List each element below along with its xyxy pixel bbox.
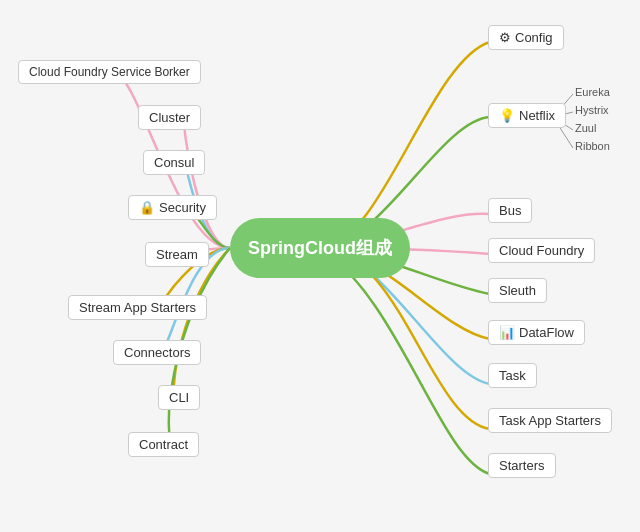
lock-icon: 🔒 xyxy=(139,200,155,215)
node-label: Stream App Starters xyxy=(79,300,196,315)
node-contract[interactable]: Contract xyxy=(128,432,199,457)
node-label: Bus xyxy=(499,203,521,218)
node-label: Contract xyxy=(139,437,188,452)
node-label: Security xyxy=(159,200,206,215)
node-label: Stream xyxy=(156,247,198,262)
node-stream-app-starters[interactable]: Stream App Starters xyxy=(68,295,207,320)
node-connectors[interactable]: Connectors xyxy=(113,340,201,365)
sub-hystrix: Hystrix xyxy=(575,104,609,116)
node-sleuth[interactable]: Sleuth xyxy=(488,278,547,303)
bulb-icon: 💡 xyxy=(499,108,515,123)
node-label: Config xyxy=(515,30,553,45)
node-task[interactable]: Task xyxy=(488,363,537,388)
node-task-app-starters[interactable]: Task App Starters xyxy=(488,408,612,433)
dataflow-icon: 📊 xyxy=(499,325,515,340)
node-label: Starters xyxy=(499,458,545,473)
node-label: Task xyxy=(499,368,526,383)
node-security[interactable]: 🔒Security xyxy=(128,195,217,220)
node-config[interactable]: ⚙Config xyxy=(488,25,564,50)
center-node: SpringCloud组成 xyxy=(230,218,410,278)
mind-map-container: SpringCloud组成 Cloud Foundry Service Bork… xyxy=(0,0,640,532)
node-netflix[interactable]: 💡Netflix xyxy=(488,103,566,128)
node-dataflow[interactable]: 📊DataFlow xyxy=(488,320,585,345)
node-label: Sleuth xyxy=(499,283,536,298)
node-cloud-foundry-service[interactable]: Cloud Foundry Service Borker xyxy=(18,60,201,84)
gear-icon: ⚙ xyxy=(499,30,511,45)
node-bus[interactable]: Bus xyxy=(488,198,532,223)
node-label: Consul xyxy=(154,155,194,170)
node-label: CLI xyxy=(169,390,189,405)
node-label: Cluster xyxy=(149,110,190,125)
node-cluster[interactable]: Cluster xyxy=(138,105,201,130)
center-label: SpringCloud组成 xyxy=(248,236,392,260)
sub-eureka: Eureka xyxy=(575,86,610,98)
node-label: Cloud Foundry Service Borker xyxy=(29,65,190,79)
node-cli[interactable]: CLI xyxy=(158,385,200,410)
node-cloud-foundry[interactable]: Cloud Foundry xyxy=(488,238,595,263)
node-label: Netflix xyxy=(519,108,555,123)
node-label: Connectors xyxy=(124,345,190,360)
node-stream[interactable]: Stream xyxy=(145,242,209,267)
node-label: Task App Starters xyxy=(499,413,601,428)
sub-zuul: Zuul xyxy=(575,122,596,134)
node-starters[interactable]: Starters xyxy=(488,453,556,478)
node-label: DataFlow xyxy=(519,325,574,340)
sub-ribbon: Ribbon xyxy=(575,140,610,152)
node-label: Cloud Foundry xyxy=(499,243,584,258)
node-consul[interactable]: Consul xyxy=(143,150,205,175)
